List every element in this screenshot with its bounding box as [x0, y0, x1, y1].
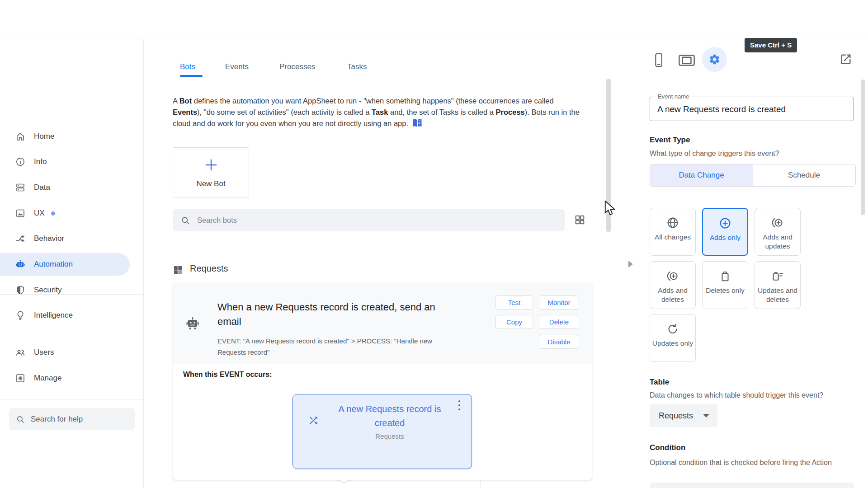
option-updates-only[interactable]: Updates only [650, 314, 696, 362]
delete-button[interactable]: Delete [540, 315, 578, 329]
test-button[interactable]: Test [495, 296, 533, 310]
image-icon [15, 208, 26, 219]
sidebar-item-automation[interactable]: Automation [0, 253, 130, 276]
bots-description: A Bot defines the automation you want Ap… [173, 95, 582, 129]
bot-subtitle: EVENT: "A new Requests record is created… [217, 335, 441, 358]
tablet-preview-icon[interactable] [678, 54, 695, 66]
table-dropdown[interactable]: Requests [650, 404, 717, 427]
save-tooltip: Save Ctrl + S [745, 38, 797, 52]
requests-section-icon [173, 265, 183, 275]
event-name-input[interactable] [656, 98, 848, 121]
docs-book-icon[interactable] [412, 118, 423, 128]
panel-scrollbar[interactable] [861, 80, 865, 215]
tab-tasks[interactable]: Tasks [347, 62, 367, 71]
sidebar-item-label: Intelligence [34, 311, 73, 320]
help-search-input[interactable] [30, 414, 127, 424]
sidebar-item-label: Users [34, 348, 54, 357]
option-label: Adds and deletes [652, 286, 693, 304]
tab-bots[interactable]: Bots [180, 62, 195, 71]
tab-events[interactable]: Events [225, 62, 249, 71]
option-updates-and-deletes[interactable]: Updates and deletes [755, 261, 801, 309]
bots-description-text: A Bot defines the automation you want Ap… [173, 97, 580, 127]
event-name-field: Event name [650, 97, 854, 121]
sidebar-item-behavior[interactable]: Behavior [0, 227, 143, 250]
bot-title: When a new Requests record is created, s… [217, 300, 450, 329]
option-all-changes[interactable]: All changes [650, 208, 696, 256]
sidebar-item-label: Data [34, 183, 50, 192]
option-adds-only[interactable]: Adds only [702, 208, 748, 256]
toggle-schedule[interactable]: Schedule [753, 164, 855, 186]
notification-dot [51, 211, 55, 216]
option-label: Updates only [652, 339, 693, 348]
sidebar-item-intelligence[interactable]: Intelligence [0, 304, 143, 327]
option-label: All changes [652, 233, 693, 242]
table-question: Data changes to which table should trigg… [650, 391, 823, 399]
requests-section-title: Requests [190, 263, 228, 274]
add-arc-icon [771, 216, 784, 230]
bot-robot-icon [184, 315, 201, 332]
condition-input-partial[interactable] [650, 483, 854, 488]
sidebar-item-label: Behavior [34, 234, 64, 243]
search-icon [15, 414, 25, 424]
event-type-title: Event Type [650, 136, 690, 145]
trash-sweep-icon [771, 269, 784, 283]
option-adds-and-updates[interactable]: Adds and updates [755, 208, 801, 256]
table-dropdown-value: Requests [659, 411, 693, 421]
sidebar-divider [0, 294, 143, 295]
help-search-box [9, 408, 135, 430]
event-type-question: What type of change triggers this event? [650, 150, 779, 158]
sidebar-item-label: Info [34, 157, 47, 166]
collapse-arrow-icon[interactable] [627, 260, 634, 268]
info-icon [15, 156, 26, 167]
sidebar-item-label: UX [34, 209, 45, 218]
shuffle-icon [308, 415, 319, 426]
settings-tab-active[interactable] [702, 47, 727, 72]
sidebar-item-home[interactable]: Home [0, 125, 143, 148]
option-adds-and-deletes[interactable]: Adds and deletes [650, 261, 696, 309]
disable-button[interactable]: Disable [540, 335, 578, 349]
search-bots-box [173, 209, 565, 231]
event-occurs-label: When this EVENT occurs: [183, 371, 272, 379]
condition-title: Condition [650, 443, 685, 452]
option-deletes-only[interactable]: Deletes only [702, 261, 748, 309]
robot-icon [15, 259, 26, 270]
header-divider [0, 77, 868, 77]
monitor-button[interactable]: Monitor [540, 296, 578, 310]
sidebar-item-users[interactable]: Users [0, 341, 143, 364]
sidebar-item-security[interactable]: Security [0, 279, 143, 301]
lower-box-edge [480, 480, 481, 488]
new-bot-button[interactable]: New Bot [173, 147, 249, 197]
condition-description: Optional condition that is checked befor… [650, 456, 835, 469]
active-tab-underline [180, 75, 203, 77]
gear-icon [708, 53, 721, 66]
toggle-data-change[interactable]: Data Change [650, 164, 753, 186]
event-node-title: A new Requests record is created [338, 402, 442, 430]
main-scrollbar[interactable] [606, 79, 611, 232]
sidebar-item-info[interactable]: Info [0, 150, 143, 173]
lightbulb-icon [15, 310, 26, 321]
sidebar-item-label: Home [34, 132, 54, 141]
event-type-toggle: Data Change Schedule [650, 164, 856, 187]
phone-preview-icon[interactable] [654, 52, 663, 68]
sidebar-item-label: Automation [34, 260, 73, 269]
add-arc-icon [666, 269, 679, 283]
panel-divider [639, 39, 639, 488]
new-bot-label: New Bot [196, 179, 225, 188]
option-label: Deletes only [704, 286, 746, 295]
sidebar-item-data[interactable]: Data [0, 176, 143, 199]
app-root: Travel Request Tool SAVE C Save Ctrl + S… [0, 0, 868, 488]
sidebar-item-label: Security [34, 286, 61, 295]
sidebar-item-label: Manage [34, 374, 61, 383]
tab-processes[interactable]: Processes [279, 62, 315, 71]
sidebar-item-manage[interactable]: Manage [0, 367, 143, 389]
refresh-icon [666, 322, 679, 336]
copy-button[interactable]: Copy [495, 315, 533, 329]
grid-view-icon[interactable] [574, 214, 585, 225]
open-in-new-icon[interactable] [840, 53, 852, 66]
sidebar-item-ux[interactable]: UX [0, 202, 143, 225]
event-node-table: Requests [320, 432, 460, 440]
split-arrows-icon [15, 233, 26, 244]
table-title: Table [650, 378, 669, 387]
search-bots-input[interactable] [196, 216, 514, 225]
plus-icon [203, 157, 219, 173]
